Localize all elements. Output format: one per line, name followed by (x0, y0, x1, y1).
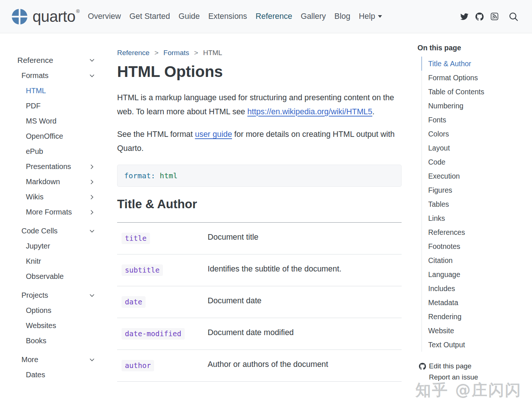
option-description: Author or authors of the document (208, 350, 402, 381)
sidebar-item-pdf[interactable]: PDF (12, 98, 117, 114)
toc-item-includes[interactable]: Includes (422, 281, 521, 296)
edit-page-link[interactable]: Edit this page (419, 361, 521, 372)
option-description: Document title (208, 222, 402, 254)
sidebar-item-label: OpenOffice (26, 132, 63, 141)
toc-item-tables[interactable]: Tables (422, 197, 521, 211)
intro-text-end: . (372, 107, 375, 116)
main-nav: Overview Get Started Guide Extensions Re… (88, 12, 383, 21)
toc-footer: Edit this page Report an issue (419, 361, 521, 383)
sidebar-item-label: Presentations (26, 162, 71, 171)
chevron-right-icon (89, 164, 95, 170)
breadcrumb-reference[interactable]: Reference (117, 49, 150, 57)
intro-paragraph: HTML is a markup language used for struc… (117, 91, 402, 119)
toc-item-execution[interactable]: Execution (422, 169, 521, 183)
sidebar-item-wikis[interactable]: Wikis (12, 189, 117, 205)
toc-item-figures[interactable]: Figures (422, 183, 521, 197)
toc-item-table-of-contents[interactable]: Table of Contents (422, 85, 521, 99)
toc-item-citation[interactable]: Citation (422, 253, 521, 267)
edit-page-label: Edit this page (429, 362, 471, 370)
html5-wikipedia-link[interactable]: https://en.wikipedia.org/wiki/HTML5 (248, 107, 372, 116)
chevron-down-icon (89, 357, 95, 363)
sidebar-item-label: Jupyter (26, 242, 50, 250)
sidebar-item-markdown[interactable]: Markdown (12, 174, 117, 189)
toc-item-references[interactable]: References (422, 225, 521, 239)
toc-item-links[interactable]: Links (422, 211, 521, 225)
sidebar-item-label: MS Word (26, 117, 57, 125)
report-issue-link[interactable]: Report an issue (419, 372, 521, 383)
toc-item-footnotes[interactable]: Footnotes (422, 239, 521, 253)
toc-item-title-author[interactable]: Title & Author (422, 57, 521, 71)
table-row: author Author or authors of the document (117, 350, 402, 381)
sidebar-item-ms-word[interactable]: MS Word (12, 114, 117, 129)
quarto-logo[interactable]: quarto ® (11, 8, 79, 25)
twitter-icon[interactable] (460, 13, 468, 21)
github-icon[interactable] (475, 13, 484, 21)
nav-gallery[interactable]: Gallery (301, 12, 326, 21)
toc-list: Title & Author Format Options Table of C… (422, 57, 521, 352)
navbar: quarto ® Overview Get Started Guide Exte… (0, 0, 532, 33)
sidebar-item-label: Dates (26, 371, 45, 379)
breadcrumb-formats[interactable]: Formats (163, 49, 189, 57)
nav-reference[interactable]: Reference (256, 12, 292, 21)
rss-icon[interactable] (491, 13, 498, 20)
nav-extensions[interactable]: Extensions (208, 12, 247, 21)
user-guide-link[interactable]: user guide (195, 130, 232, 139)
sidebar-item-epub[interactable]: ePub (12, 144, 117, 159)
sidebar-section-formats[interactable]: Formats (12, 68, 117, 83)
sidebar-item-observable[interactable]: Observable (12, 269, 117, 284)
chevron-down-icon (89, 73, 95, 79)
breadcrumb-separator: > (154, 49, 158, 57)
sidebar-item-label: ePub (26, 147, 43, 156)
code-colon: : (151, 171, 155, 180)
nav-overview[interactable]: Overview (88, 12, 121, 21)
toc-item-language[interactable]: Language (422, 267, 521, 281)
sidebar-item-label: Books (26, 337, 47, 345)
toc-item-fonts[interactable]: Fonts (422, 113, 521, 127)
chevron-down-icon (89, 57, 95, 63)
table-row: subtitle Identifies the subtitle of the … (117, 254, 402, 286)
option-description: Document date (208, 286, 402, 318)
chevron-right-icon (89, 179, 95, 185)
chevron-right-icon (89, 209, 95, 215)
toc-item-colors[interactable]: Colors (422, 127, 521, 141)
sidebar-item-openoffice[interactable]: OpenOffice (12, 129, 117, 144)
toc-item-format-options[interactable]: Format Options (422, 71, 521, 85)
sidebar-item-label: Projects (21, 291, 48, 300)
toc-item-website[interactable]: Website (422, 324, 521, 338)
toc-item-text-output[interactable]: Text Output (422, 338, 521, 352)
nav-get-started[interactable]: Get Started (129, 12, 170, 21)
toc-item-numbering[interactable]: Numbering (422, 99, 521, 113)
sidebar-section-projects[interactable]: Projects (12, 288, 117, 303)
nav-guide[interactable]: Guide (178, 12, 200, 21)
options-table: title Document title subtitle Identifies… (117, 222, 402, 382)
toc-item-code[interactable]: Code (422, 155, 521, 169)
search-icon[interactable] (508, 11, 519, 22)
table-row: date-modified Document date modified (117, 318, 402, 350)
nav-blog[interactable]: Blog (334, 12, 350, 21)
sidebar-item-books[interactable]: Books (12, 333, 117, 348)
page-title: HTML Options (117, 63, 402, 81)
sidebar-item-html[interactable]: HTML (12, 83, 117, 98)
toc-item-metadata[interactable]: Metadata (422, 296, 521, 310)
sidebar-item-presentations[interactable]: Presentations (12, 159, 117, 174)
sidebar-item-label: HTML (26, 87, 46, 95)
toc-item-rendering[interactable]: Rendering (422, 310, 521, 324)
sidebar-item-knitr[interactable]: Knitr (12, 254, 117, 269)
nav-help[interactable]: Help (359, 12, 382, 21)
sidebar-item-label: More Formats (26, 208, 72, 216)
code-format-key: format (124, 171, 151, 180)
sidebar-item-more-formats[interactable]: More Formats (12, 205, 117, 220)
sidebar-item-dates[interactable]: Dates (12, 367, 117, 382)
sidebar-item-options[interactable]: Options (12, 303, 117, 318)
table-row: title Document title (117, 222, 402, 254)
sidebar-section-code-cells[interactable]: Code Cells (12, 223, 117, 239)
sidebar-item-jupyter[interactable]: Jupyter (12, 239, 117, 254)
sidebar-section-reference[interactable]: Reference (12, 53, 117, 68)
sidebar-item-websites[interactable]: Websites (12, 318, 117, 333)
sidebar-item-label: Formats (21, 71, 48, 80)
sidebar-section-more[interactable]: More (12, 352, 117, 367)
sidebar-item-label: More (21, 355, 38, 364)
toc-item-layout[interactable]: Layout (422, 141, 521, 155)
nav-help-label: Help (359, 12, 375, 21)
option-name: date (122, 296, 146, 308)
